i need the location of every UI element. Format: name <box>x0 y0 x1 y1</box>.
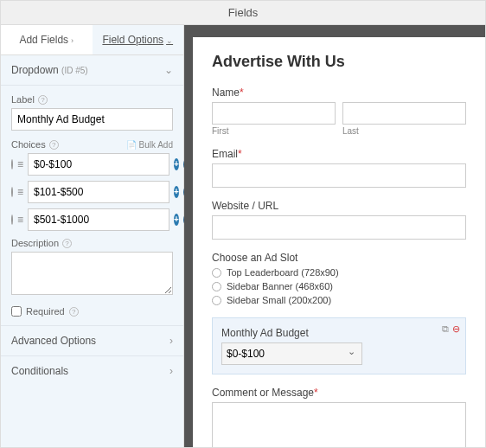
radio-icon <box>212 282 221 291</box>
main: Add Fields› Field Options⌄ Dropdown (ID … <box>1 25 485 447</box>
radio-option[interactable]: Top Leaderboard (728x90) <box>212 267 466 278</box>
radio-icon <box>212 268 221 278</box>
choice-input[interactable] <box>28 208 169 231</box>
last-sublabel: Last <box>342 126 466 136</box>
field-adslot: Choose an Ad Slot Top Leaderboard (728x9… <box>212 252 466 305</box>
required-row: Required ? <box>11 306 173 317</box>
advanced-options-toggle[interactable]: Advanced Options <box>1 325 183 355</box>
page-title: Fields <box>228 6 259 19</box>
first-sublabel: First <box>212 126 336 136</box>
budget-select[interactable]: $0-$100 <box>221 342 362 365</box>
choices-heading: Choices ? <box>11 139 59 150</box>
drag-icon[interactable]: ≡ <box>17 214 23 226</box>
required-asterisk: * <box>314 387 318 399</box>
help-icon[interactable]: ? <box>49 140 59 150</box>
drag-icon[interactable]: ≡ <box>17 158 23 170</box>
form-title: Advertise With Us <box>212 53 466 71</box>
radio-option[interactable]: Sidebar Small (200x200) <box>212 295 466 305</box>
add-choice-button[interactable]: + <box>174 186 179 198</box>
field-tools: ⧉ ⊖ <box>442 323 460 335</box>
default-radio[interactable] <box>11 159 13 170</box>
label-input[interactable] <box>11 108 173 131</box>
field-header[interactable]: Dropdown (ID #5) <box>1 55 183 86</box>
help-icon[interactable]: ? <box>38 95 48 105</box>
right-panel: Advertise With Us Name* First Last Email… <box>184 25 485 447</box>
choice-row: ≡ + － <box>11 208 173 231</box>
description-input[interactable] <box>11 252 173 295</box>
choice-input[interactable] <box>28 181 169 203</box>
default-radio[interactable] <box>11 187 13 197</box>
email-input[interactable] <box>212 163 466 188</box>
field-website: Website / URL <box>212 200 466 240</box>
label-heading: Label ? <box>11 94 173 105</box>
tab-add-fields[interactable]: Add Fields› <box>1 25 93 54</box>
choice-row: ≡ + － <box>11 181 173 203</box>
radio-icon <box>212 296 221 305</box>
field-budget-selected[interactable]: ⧉ ⊖ Monthly Ad Budget $0-$100 <box>212 317 466 374</box>
comment-input[interactable] <box>212 402 466 447</box>
tab-field-options[interactable]: Field Options⌄ <box>93 25 184 54</box>
add-choice-button[interactable]: + <box>174 158 179 170</box>
chevron-down-icon: ⌄ <box>166 36 173 45</box>
form-preview: Advertise With Us Name* First Last Email… <box>193 37 485 447</box>
conditionals-toggle[interactable]: Conditionals <box>1 355 183 386</box>
choice-row: ≡ + － <box>11 153 173 176</box>
field-email: Email* <box>212 148 466 188</box>
description-heading: Description ? <box>11 238 173 248</box>
first-name-input[interactable] <box>212 102 336 125</box>
field-body: Label ? Choices ? 📄 Bulk Add ≡ + － <box>1 86 183 325</box>
choice-input[interactable] <box>28 153 169 176</box>
chevron-right-icon <box>169 365 173 377</box>
field-name: Name* First Last <box>212 86 466 136</box>
help-icon[interactable]: ? <box>69 307 79 317</box>
required-checkbox[interactable] <box>11 306 22 317</box>
budget-select-wrap: $0-$100 <box>221 342 362 365</box>
field-comment: Comment or Message* <box>212 387 466 447</box>
chevron-down-icon <box>164 64 173 76</box>
duplicate-icon[interactable]: ⧉ <box>442 323 449 335</box>
left-panel: Add Fields› Field Options⌄ Dropdown (ID … <box>1 25 184 447</box>
last-name-input[interactable] <box>342 102 466 125</box>
required-asterisk: * <box>240 86 244 99</box>
drag-icon[interactable]: ≡ <box>17 186 23 198</box>
radio-option[interactable]: Sidebar Banner (468x60) <box>212 281 466 291</box>
default-radio[interactable] <box>11 214 13 225</box>
top-bar: Fields <box>1 1 485 25</box>
delete-icon[interactable]: ⊖ <box>452 323 460 335</box>
add-choice-button[interactable]: + <box>174 214 179 226</box>
bulk-add-link[interactable]: 📄 Bulk Add <box>126 140 173 150</box>
required-asterisk: * <box>238 148 242 160</box>
chevron-right-icon: › <box>71 36 74 45</box>
help-icon[interactable]: ? <box>62 239 72 248</box>
website-input[interactable] <box>212 215 466 240</box>
tabs: Add Fields› Field Options⌄ <box>1 25 183 55</box>
chevron-right-icon <box>169 335 173 347</box>
